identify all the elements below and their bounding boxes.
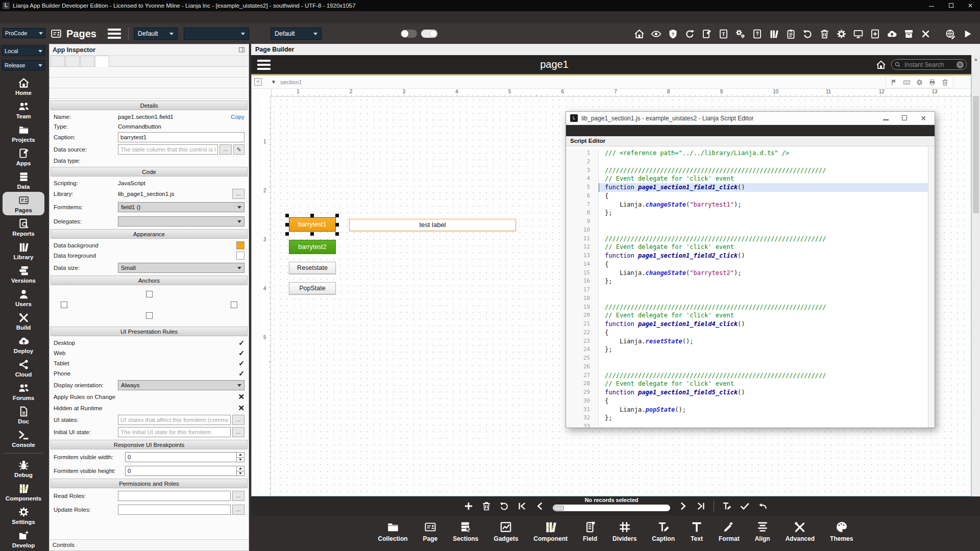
sidebar-item[interactable]: Data bbox=[0, 168, 47, 192]
layout-select[interactable]: Default bbox=[134, 28, 178, 40]
ui-states-browse-button[interactable]: ... bbox=[232, 415, 244, 425]
minimize-button[interactable] bbox=[922, 0, 941, 11]
trash-icon[interactable] bbox=[941, 78, 949, 87]
code-line[interactable]: 16}; bbox=[566, 277, 935, 286]
data-background-swatch[interactable] bbox=[236, 241, 244, 249]
read-roles-input[interactable] bbox=[118, 491, 231, 501]
delegates-select[interactable] bbox=[118, 216, 244, 227]
home-icon[interactable] bbox=[634, 29, 645, 39]
read-roles-browse-button[interactable]: ... bbox=[232, 491, 244, 501]
sidebar-item[interactable]: Versions bbox=[0, 262, 47, 286]
inspector-tab[interactable] bbox=[95, 56, 109, 67]
code-line[interactable]: 22{ bbox=[566, 329, 935, 337]
code-line[interactable]: 18 bbox=[566, 294, 935, 303]
close-app-icon[interactable] bbox=[920, 29, 931, 39]
clipboard-icon[interactable] bbox=[786, 29, 796, 39]
env-select[interactable]: Local bbox=[2, 46, 45, 56]
insert-toolbar-button[interactable]: Component bbox=[533, 520, 568, 542]
sidebar-item[interactable]: Home bbox=[0, 74, 47, 98]
code-line[interactable]: 11//////////////////////////////////////… bbox=[566, 235, 935, 243]
insert-toolbar-button[interactable]: Collection bbox=[378, 520, 408, 542]
delete-icon[interactable] bbox=[819, 29, 830, 39]
datasource-input[interactable] bbox=[118, 144, 218, 155]
update-roles-input[interactable] bbox=[118, 505, 231, 515]
anchors-header[interactable]: Anchors bbox=[51, 276, 248, 285]
code-line[interactable]: 23 Lianja.resetState(); bbox=[566, 337, 935, 346]
sidebar-item[interactable]: Projects bbox=[0, 121, 47, 145]
details-header[interactable]: Details bbox=[51, 101, 248, 110]
inspector-stack-section[interactable] bbox=[50, 78, 249, 88]
sidebar-item[interactable]: Cloud bbox=[0, 356, 47, 380]
refresh-icon[interactable] bbox=[684, 29, 695, 39]
anchor-top-checkbox[interactable] bbox=[146, 291, 153, 297]
search-input[interactable] bbox=[903, 61, 954, 69]
settings-gear-icon[interactable] bbox=[836, 29, 847, 39]
sidebar-item[interactable]: Build bbox=[0, 309, 47, 333]
sidebar-item[interactable]: Reports bbox=[0, 215, 47, 239]
datasource-browse-button[interactable]: ... bbox=[219, 144, 232, 155]
code-line[interactable]: 2 bbox=[566, 158, 935, 166]
scroll-up-icon[interactable]: ▲ bbox=[972, 55, 980, 63]
insert-toolbar-button[interactable]: Sections bbox=[453, 520, 478, 542]
sidebar-item[interactable]: Deploy bbox=[0, 333, 47, 356]
sidebar-item[interactable]: Develop bbox=[0, 527, 47, 550]
new-file-icon[interactable] bbox=[870, 29, 880, 39]
insert-toolbar-button[interactable]: Dividers bbox=[612, 520, 636, 542]
run-icon[interactable] bbox=[962, 29, 973, 39]
cross-icon[interactable]: ✕ bbox=[238, 404, 244, 413]
code-line[interactable]: 10 bbox=[566, 226, 935, 235]
delete-record-icon[interactable] bbox=[481, 501, 492, 511]
label-test-label[interactable]: test label bbox=[349, 219, 516, 231]
instant-search[interactable]: ✕ bbox=[891, 59, 967, 70]
validate-icon[interactable] bbox=[740, 501, 750, 511]
clear-search-icon[interactable]: ✕ bbox=[957, 61, 964, 68]
release-select[interactable]: Release bbox=[2, 60, 45, 70]
code-line[interactable]: 4// Event delegate for 'click' event bbox=[566, 174, 935, 183]
library-icon[interactable] bbox=[769, 29, 779, 39]
check-icon[interactable]: ✓ bbox=[238, 359, 244, 367]
toggle-switch-2[interactable] bbox=[421, 30, 437, 38]
commandbutton-barrytest2[interactable]: barrytest2 bbox=[289, 240, 336, 254]
copy-link[interactable]: Copy bbox=[231, 114, 244, 120]
close-button[interactable]: ✕ bbox=[961, 0, 980, 11]
maximize-button[interactable] bbox=[941, 0, 961, 11]
record-slider[interactable]: No records selected bbox=[553, 498, 670, 514]
ui-rules-header[interactable]: UI Presentation Rules bbox=[51, 327, 248, 336]
sidebar-item[interactable]: Pages bbox=[3, 192, 44, 215]
edit-script-icon[interactable] bbox=[701, 29, 712, 39]
code-line[interactable]: 30{ bbox=[566, 397, 935, 406]
insert-toolbar-button[interactable]: Gadgets bbox=[494, 520, 518, 542]
inspector-tab[interactable] bbox=[51, 56, 65, 66]
panel-icon[interactable] bbox=[238, 46, 246, 54]
add-record-icon[interactable] bbox=[463, 501, 474, 511]
scrollbar-thumb[interactable] bbox=[973, 96, 979, 213]
code-line[interactable]: 9 bbox=[566, 217, 935, 226]
theme-select[interactable]: Default bbox=[271, 28, 322, 40]
sidebar-item[interactable]: Team bbox=[0, 98, 47, 121]
code-line[interactable]: 28// Event delegate for 'click' event bbox=[566, 380, 935, 388]
sidebar-item[interactable]: Users bbox=[0, 286, 47, 309]
insert-toolbar-button[interactable]: Align bbox=[755, 520, 770, 542]
check-icon[interactable]: ✓ bbox=[238, 369, 244, 378]
code-line[interactable]: 24}; bbox=[566, 345, 935, 354]
display-icon[interactable] bbox=[853, 29, 864, 39]
code-line[interactable]: 19//////////////////////////////////////… bbox=[566, 303, 935, 312]
code-line[interactable]: 12// Event delegate for 'click' event bbox=[566, 243, 935, 252]
visible-width-stepper[interactable]: 0 bbox=[125, 452, 244, 462]
insert-toolbar-button[interactable]: Advanced bbox=[786, 520, 815, 542]
insert-toolbar-button[interactable]: Page bbox=[423, 520, 438, 542]
first-record-icon[interactable] bbox=[517, 501, 527, 511]
toggle-switch-1[interactable] bbox=[401, 30, 417, 38]
anchor-left-checkbox[interactable] bbox=[61, 302, 67, 308]
insert-toolbar-button[interactable]: Field bbox=[583, 520, 597, 542]
sidebar-item[interactable]: Components bbox=[0, 480, 47, 504]
insert-toolbar-button[interactable]: Themes bbox=[830, 520, 853, 542]
preview-icon[interactable] bbox=[651, 29, 662, 39]
page-home-icon[interactable] bbox=[876, 60, 886, 70]
code-line[interactable]: 5function page1_section1_field1_click() bbox=[566, 183, 935, 192]
data-foreground-swatch[interactable] bbox=[236, 252, 244, 260]
pages-menu-icon[interactable] bbox=[108, 29, 121, 39]
code-line[interactable]: 31 Lianja.popState(); bbox=[566, 406, 935, 414]
record-slider-knob[interactable] bbox=[554, 506, 564, 511]
text-document-icon[interactable] bbox=[718, 29, 729, 39]
